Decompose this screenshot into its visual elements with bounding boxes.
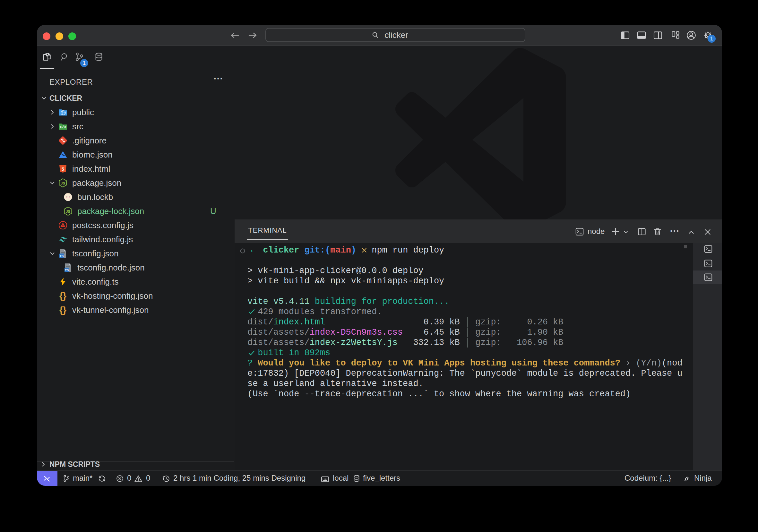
svg-text:JS: JS (66, 210, 70, 214)
svg-text:JS: JS (61, 181, 65, 185)
svg-text:</>: </> (59, 125, 66, 130)
svg-text:5: 5 (62, 167, 64, 172)
svg-text:TS: TS (65, 268, 69, 272)
svg-text:TS: TS (60, 254, 63, 258)
